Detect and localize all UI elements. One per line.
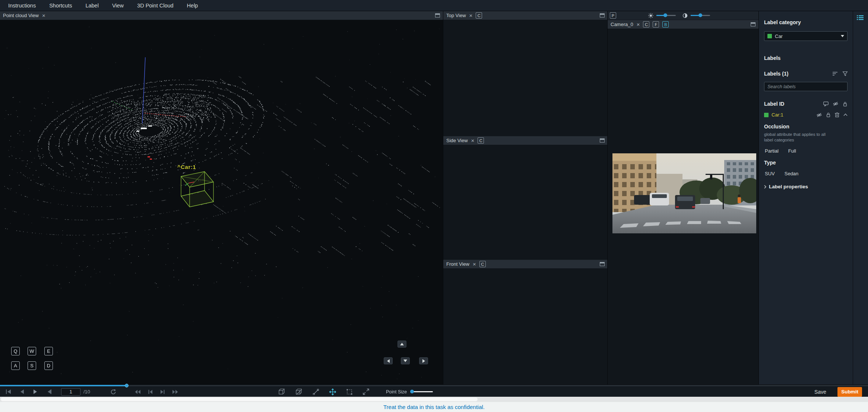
annotation-bubble-icon[interactable] <box>823 102 829 106</box>
occlusion-title: Occlusion <box>764 124 848 130</box>
popout-icon[interactable] <box>600 262 605 266</box>
front-view-title: Front View <box>446 261 469 267</box>
popout-icon[interactable] <box>600 13 605 17</box>
front-view-camera-toggle[interactable]: C <box>479 261 486 267</box>
orthographic-views-column: Top View × C Side View × C Front View × … <box>443 11 607 384</box>
car-bounding-box[interactable] <box>0 20 443 384</box>
refresh-icon[interactable] <box>110 386 116 397</box>
labels-count: Labels (1) <box>764 71 788 77</box>
box-select-icon[interactable] <box>346 389 352 395</box>
confidential-banner-text: Treat the data in this task as confident… <box>383 404 485 410</box>
pan-down-button[interactable] <box>401 357 410 364</box>
hide-label-icon[interactable] <box>817 112 822 117</box>
point-size-label: Point Size <box>386 389 407 395</box>
menu-help[interactable]: Help <box>187 3 198 9</box>
submit-button[interactable]: Submit <box>837 387 862 397</box>
close-icon[interactable]: × <box>637 22 640 27</box>
fast-rewind-icon[interactable] <box>135 390 141 394</box>
collapse-label-icon[interactable] <box>843 112 848 117</box>
top-view-viewport[interactable] <box>443 20 608 136</box>
frame-number-input[interactable] <box>61 388 80 396</box>
side-view-viewport[interactable] <box>443 145 608 260</box>
play-icon[interactable] <box>33 389 37 394</box>
key-q[interactable]: Q <box>11 347 20 355</box>
sort-icon[interactable] <box>833 71 838 76</box>
close-icon[interactable]: × <box>473 261 476 267</box>
annotation-label[interactable]: ^Car:1 <box>177 164 196 170</box>
brightness-icon <box>648 13 653 18</box>
step-back-icon[interactable] <box>20 389 24 394</box>
previous-frame-icon[interactable] <box>148 390 153 394</box>
search-labels-input[interactable] <box>764 82 848 91</box>
projection-toggle[interactable]: P <box>610 12 616 19</box>
top-view-header: Top View × C <box>443 11 608 20</box>
camera-toggle-b[interactable]: B <box>662 21 669 28</box>
label-properties-expander[interactable]: Label properties <box>764 184 848 189</box>
top-view-camera-toggle[interactable]: C <box>476 12 482 19</box>
key-s[interactable]: S <box>28 361 36 370</box>
menu-label[interactable]: Label <box>85 3 98 9</box>
labels-heading: Labels <box>764 55 848 61</box>
category-selected-value: Car <box>775 33 783 39</box>
save-button[interactable]: Save <box>814 389 826 395</box>
key-a[interactable]: A <box>11 361 20 370</box>
label-category-select[interactable]: Car <box>764 31 848 41</box>
camera-toggle-f[interactable]: F <box>653 21 659 28</box>
menu-instructions[interactable]: Instructions <box>8 3 36 9</box>
key-d[interactable]: D <box>44 361 53 370</box>
popout-icon[interactable] <box>600 138 605 143</box>
side-rail <box>853 11 868 384</box>
caret-down-icon <box>841 35 844 37</box>
label-row-car1[interactable]: Car:1 <box>764 112 848 118</box>
key-e[interactable]: E <box>44 347 53 355</box>
lock-all-icon[interactable] <box>843 102 848 106</box>
close-icon[interactable]: × <box>471 138 475 143</box>
edit-line-icon[interactable] <box>313 389 319 395</box>
pan-up-button[interactable] <box>397 341 406 348</box>
rotate-handle[interactable]: ^ <box>177 164 181 170</box>
panel-list-icon[interactable] <box>857 15 864 20</box>
horizontal-scrollbar[interactable] <box>0 397 868 402</box>
contrast-slider[interactable] <box>691 15 710 16</box>
side-view-camera-toggle[interactable]: C <box>478 137 484 144</box>
front-view-viewport[interactable] <box>443 269 608 384</box>
brightness-slider[interactable] <box>656 15 676 16</box>
camera-image[interactable] <box>612 153 756 233</box>
delete-label-icon[interactable] <box>835 112 839 117</box>
fast-forward-icon[interactable] <box>172 390 178 394</box>
type-option-sedan[interactable]: Sedan <box>785 171 799 176</box>
fullscreen-icon[interactable] <box>363 389 369 395</box>
popout-icon[interactable] <box>751 22 755 26</box>
menu-shortcuts[interactable]: Shortcuts <box>49 3 72 9</box>
pan-left-button[interactable] <box>384 357 393 364</box>
skip-to-last-icon[interactable] <box>46 389 51 394</box>
skip-to-first-icon[interactable] <box>6 389 11 394</box>
popout-icon[interactable] <box>435 13 440 17</box>
occlusion-option-full[interactable]: Full <box>788 148 796 154</box>
menu-view[interactable]: View <box>112 3 124 9</box>
move-tool-icon[interactable] <box>329 389 336 395</box>
close-icon[interactable]: × <box>42 13 45 18</box>
pan-right-button[interactable] <box>419 357 428 364</box>
hide-all-icon[interactable] <box>833 102 838 106</box>
lock-label-icon[interactable] <box>826 112 831 117</box>
next-frame-icon[interactable] <box>160 390 165 394</box>
label-id-heading: Label ID <box>764 101 784 107</box>
side-view-header: Side View × C <box>443 136 608 145</box>
close-icon[interactable]: × <box>469 13 473 18</box>
top-view-title: Top View <box>446 13 466 18</box>
contrast-icon <box>682 13 688 18</box>
type-option-suv[interactable]: SUV <box>765 171 775 176</box>
occlusion-option-partial[interactable]: Partial <box>765 148 779 154</box>
frame-seek-bar[interactable] <box>0 385 868 386</box>
camera-toggle-c[interactable]: C <box>643 21 649 28</box>
filter-icon[interactable] <box>843 71 848 76</box>
point-cloud-viewport: ^Car:1 Q W E A S D <box>0 20 443 384</box>
camera-header: Camera_0 × C F B <box>608 20 758 29</box>
cuboid-from-camera-icon[interactable] <box>296 389 302 395</box>
point-size-slider[interactable] <box>411 391 433 392</box>
menu-3d-point-cloud[interactable]: 3D Point Cloud <box>137 3 174 9</box>
key-w[interactable]: W <box>28 347 36 355</box>
add-cuboid-icon[interactable] <box>279 389 285 395</box>
frame-total: /10 <box>83 389 90 395</box>
